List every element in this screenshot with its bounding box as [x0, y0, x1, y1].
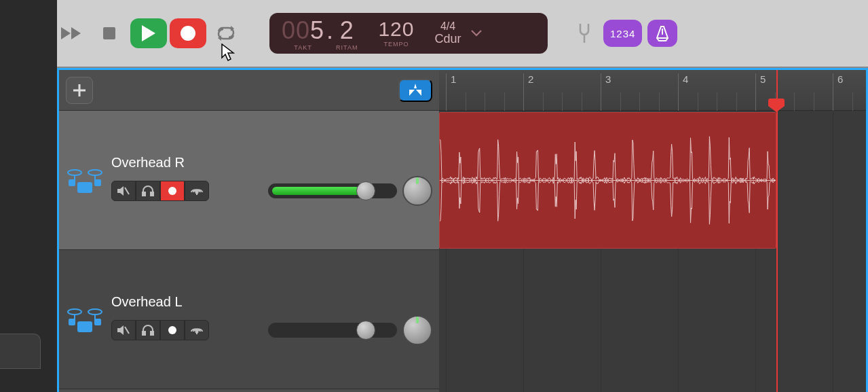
solo-button[interactable]	[136, 320, 160, 340]
svg-rect-12	[143, 192, 145, 196]
svg-rect-21	[94, 319, 101, 325]
chevron-down-icon	[471, 30, 482, 37]
solo-button[interactable]	[136, 181, 160, 201]
ruler-bar-tick[interactable]: 5	[755, 73, 766, 111]
svg-point-25	[196, 330, 198, 332]
mute-icon	[117, 185, 130, 196]
record-button[interactable]	[170, 18, 206, 48]
tuning-fork-icon	[576, 22, 592, 44]
svg-rect-20	[69, 319, 75, 325]
track-lane[interactable]	[439, 111, 866, 250]
waveform-icon	[440, 113, 776, 248]
mute-button[interactable]	[111, 181, 136, 201]
drums-icon	[66, 162, 103, 199]
forward-button[interactable]	[52, 18, 88, 48]
svg-rect-24	[151, 332, 153, 335]
svg-rect-13	[151, 192, 153, 196]
ruler[interactable]: 123456	[439, 70, 866, 111]
toolbar: 005 TAKT . 2 RITAM 120 TEMPO 4/4 Cdur 1	[0, 0, 868, 68]
tuner-button[interactable]	[571, 20, 598, 47]
plus-icon	[73, 84, 86, 96]
svg-point-4	[68, 170, 81, 175]
catch-playhead-icon	[407, 84, 423, 97]
volume-fill	[272, 187, 360, 195]
svg-rect-3	[73, 89, 86, 91]
svg-rect-0	[103, 27, 115, 39]
lcd-time-signature[interactable]: 4/4	[440, 20, 455, 33]
ruler-bar-tick[interactable]: 1	[446, 73, 456, 111]
count-in-button[interactable]: 1234	[603, 20, 642, 47]
lcd-menu-button[interactable]	[467, 27, 486, 39]
forward-icon	[58, 26, 81, 40]
svg-line-11	[125, 188, 129, 194]
record-enable-button[interactable]	[160, 320, 185, 340]
gutter-panel-toggle[interactable]	[0, 334, 41, 369]
lcd-display: 005 TAKT . 2 RITAM 120 TEMPO 4/4 Cdur	[269, 13, 548, 54]
track-header[interactable]: Overhead L	[59, 250, 439, 389]
play-button[interactable]	[130, 18, 167, 48]
svg-line-22	[125, 327, 129, 334]
ruler-bar-tick[interactable]: 6	[833, 73, 843, 111]
track-header[interactable]: Overhead R	[59, 111, 439, 250]
lcd-beat[interactable]: 2	[340, 18, 354, 43]
lcd-key[interactable]: Cdur	[435, 33, 461, 46]
mute-icon	[117, 325, 130, 336]
left-gutter	[0, 0, 57, 392]
input-monitor-icon	[191, 186, 203, 196]
playhead[interactable]	[776, 70, 778, 392]
ruler-bar-tick[interactable]: 3	[601, 73, 611, 111]
svg-point-1	[181, 26, 195, 41]
track-name[interactable]: Overhead L	[111, 294, 432, 310]
audio-region[interactable]	[439, 112, 776, 249]
stop-icon	[103, 27, 115, 39]
metronome-icon	[654, 24, 671, 42]
lcd-bar-label: TAKT	[294, 44, 312, 51]
svg-point-5	[88, 170, 102, 175]
headphones-icon	[142, 325, 154, 336]
lcd-tempo-label: TEMPO	[383, 41, 409, 48]
track-name[interactable]: Overhead R	[111, 155, 432, 171]
metronome-button[interactable]	[647, 20, 677, 47]
input-monitor-button[interactable]	[185, 320, 209, 340]
lcd-tempo[interactable]: 120	[378, 19, 414, 39]
svg-point-14	[196, 191, 198, 193]
lcd-beat-label: RITAM	[336, 44, 358, 51]
volume-slider[interactable]	[268, 183, 397, 198]
record-icon	[180, 25, 196, 41]
play-icon	[142, 25, 155, 41]
mute-button[interactable]	[111, 320, 136, 340]
cycle-icon	[216, 26, 236, 41]
volume-slider[interactable]	[268, 323, 397, 338]
pan-knob[interactable]	[402, 315, 432, 345]
input-monitor-button[interactable]	[185, 181, 209, 201]
svg-rect-9	[69, 179, 75, 186]
track-header-toolbar	[59, 70, 439, 111]
headphones-icon	[142, 185, 154, 196]
record-dot-icon	[168, 326, 176, 334]
record-enable-button[interactable]	[160, 181, 185, 201]
cycle-button[interactable]	[209, 18, 243, 48]
svg-rect-10	[94, 179, 101, 186]
drums-icon	[66, 301, 103, 338]
svg-rect-23	[143, 332, 145, 335]
lcd-bar-leading[interactable]: 00	[282, 16, 310, 44]
pan-knob[interactable]	[402, 176, 432, 206]
volume-thumb[interactable]	[356, 181, 375, 200]
ruler-bar-tick[interactable]: 2	[523, 73, 533, 111]
count-in-label: 1234	[610, 28, 635, 39]
stop-button[interactable]	[91, 18, 128, 48]
input-monitor-icon	[191, 325, 203, 335]
lcd-dot: .	[326, 18, 334, 43]
ruler-bar-tick[interactable]: 4	[678, 73, 688, 111]
timeline[interactable]: 123456	[439, 70, 866, 392]
track-header-column: Overhead R	[59, 70, 439, 392]
svg-point-16	[88, 309, 102, 315]
record-dot-icon	[168, 187, 176, 195]
add-track-button[interactable]	[66, 77, 93, 104]
svg-rect-8	[77, 182, 92, 193]
volume-thumb[interactable]	[356, 321, 375, 340]
svg-rect-19	[77, 321, 92, 332]
svg-point-15	[68, 309, 81, 315]
catch-playhead-button[interactable]	[398, 79, 432, 102]
lcd-bar[interactable]: 5	[310, 16, 324, 44]
